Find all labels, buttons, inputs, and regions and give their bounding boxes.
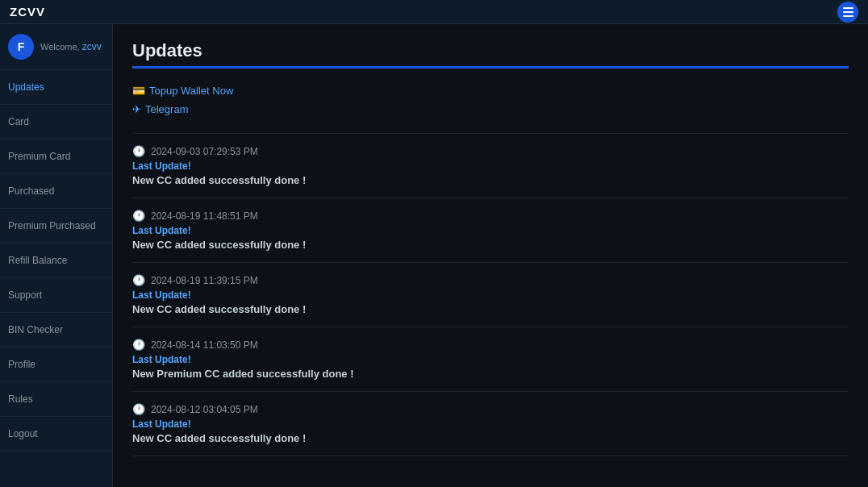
sidebar-user: F Welcome, zcvv: [0, 24, 112, 70]
title-divider: [132, 66, 849, 69]
update-message: New Premium CC added successfully done !: [132, 368, 849, 380]
sidebar-item-purchased[interactable]: Purchased: [0, 174, 112, 209]
timestamp-text: 2024-08-14 11:03:50 PM: [151, 339, 258, 351]
update-item: 🕐 2024-08-14 11:03:50 PM Last Update! Ne…: [132, 327, 849, 392]
update-message: New CC added successfully done !: [132, 174, 849, 186]
update-message: New CC added successfully done !: [132, 239, 849, 251]
sidebar-item-premium-purchased[interactable]: Premium Purchased: [0, 209, 112, 244]
sidebar-item-bin-checker[interactable]: BIN Checker: [0, 313, 112, 348]
telegram-label: Telegram: [145, 103, 188, 115]
update-message: New CC added successfully done !: [132, 432, 849, 444]
sidebar-item-updates[interactable]: Updates: [0, 70, 112, 105]
sidebar-item-logout[interactable]: Logout: [0, 417, 112, 452]
topbar: ZCVV: [0, 0, 868, 24]
sidebar-item-premium-card[interactable]: Premium Card: [0, 139, 112, 174]
update-item: 🕐 2024-08-19 11:39:15 PM Last Update! Ne…: [132, 263, 849, 327]
update-item: 🕐 2024-08-12 03:04:05 PM Last Update! Ne…: [132, 392, 849, 456]
clock-icon: 🕐: [132, 274, 145, 286]
update-message: New CC added successfully done !: [132, 303, 849, 315]
timestamp-text: 2024-08-19 11:48:51 PM: [151, 210, 258, 222]
main-content: Updates 💳 Topup Wallet Now ✈ Telegram 🕐 …: [113, 24, 868, 487]
update-timestamp: 🕐 2024-08-12 03:04:05 PM: [132, 403, 849, 415]
menu-button[interactable]: [837, 2, 858, 23]
action-links: 💳 Topup Wallet Now ✈ Telegram: [132, 83, 849, 120]
updates-list: 🕐 2024-09-03 07:29:53 PM Last Update! Ne…: [132, 133, 849, 456]
topup-label: Topup Wallet Now: [149, 85, 233, 97]
update-label: Last Update!: [132, 160, 849, 172]
clock-icon: 🕐: [132, 403, 145, 415]
update-item: 🕐 2024-09-03 07:29:53 PM Last Update! Ne…: [132, 134, 849, 198]
timestamp-text: 2024-08-12 03:04:05 PM: [151, 404, 258, 415]
update-timestamp: 🕐 2024-08-14 11:03:50 PM: [132, 339, 849, 351]
welcome-label: Welcome, zcvv: [40, 41, 102, 52]
clock-icon: 🕐: [132, 145, 145, 157]
update-label: Last Update!: [132, 354, 849, 365]
user-info: Welcome, zcvv: [40, 41, 102, 52]
topup-icon: 💳: [132, 85, 145, 97]
sidebar: F Welcome, zcvv Updates Card Premium Car…: [0, 24, 113, 487]
telegram-icon: ✈: [132, 103, 141, 115]
avatar: F: [8, 34, 34, 60]
update-timestamp: 🕐 2024-09-03 07:29:53 PM: [132, 145, 849, 157]
timestamp-text: 2024-09-03 07:29:53 PM: [151, 146, 258, 157]
sidebar-item-support[interactable]: Support: [0, 278, 112, 313]
clock-icon: 🕐: [132, 210, 145, 222]
update-label: Last Update!: [132, 418, 849, 430]
sidebar-item-rules[interactable]: Rules: [0, 382, 112, 417]
clock-icon: 🕐: [132, 339, 145, 351]
update-label: Last Update!: [132, 289, 849, 301]
update-label: Last Update!: [132, 225, 849, 236]
logo: ZCVV: [10, 5, 45, 19]
layout: F Welcome, zcvv Updates Card Premium Car…: [0, 24, 868, 487]
sidebar-item-profile[interactable]: Profile: [0, 348, 112, 382]
sidebar-item-refill-balance[interactable]: Refill Balance: [0, 244, 112, 278]
update-item: 🕐 2024-08-19 11:48:51 PM Last Update! Ne…: [132, 198, 849, 263]
update-timestamp: 🕐 2024-08-19 11:48:51 PM: [132, 210, 849, 222]
hamburger-icon: [843, 7, 853, 17]
topup-link[interactable]: 💳 Topup Wallet Now: [132, 85, 233, 97]
update-timestamp: 🕐 2024-08-19 11:39:15 PM: [132, 274, 849, 286]
telegram-link[interactable]: ✈ Telegram: [132, 103, 188, 115]
sidebar-item-card[interactable]: Card: [0, 105, 112, 139]
username: zcvv: [82, 41, 102, 52]
timestamp-text: 2024-08-19 11:39:15 PM: [151, 275, 258, 286]
page-title: Updates: [132, 40, 849, 61]
